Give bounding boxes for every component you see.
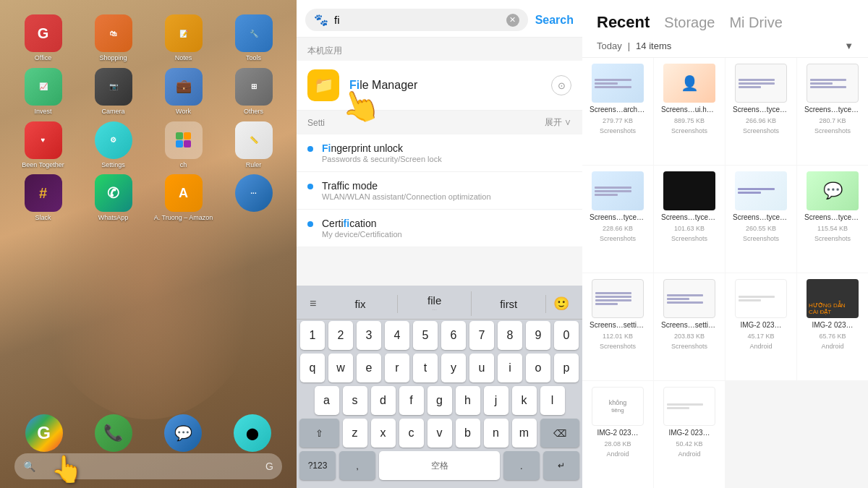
key-8[interactable]: 8: [498, 321, 522, 350]
key-5[interactable]: 5: [413, 321, 438, 350]
key-k[interactable]: k: [512, 386, 537, 415]
key-a[interactable]: a: [315, 386, 339, 415]
key-x[interactable]: x: [371, 419, 396, 448]
app-office[interactable]: G Office: [11, 14, 75, 62]
key-9[interactable]: 9: [526, 321, 550, 350]
file-item-13[interactable]: khôngtiêng IMG-2 023… 28.08 KB Android: [582, 381, 653, 488]
key-z[interactable]: z: [343, 419, 367, 448]
app-ruler[interactable]: 📏 Ruler: [221, 121, 286, 169]
key-period[interactable]: .: [503, 451, 540, 480]
app-ruler-label: Ruler: [246, 161, 262, 169]
tab-mi-drive[interactable]: Mi Drive: [729, 14, 782, 31]
app-work[interactable]: 💼 Work: [151, 68, 216, 116]
app-been-together[interactable]: ♥ Been Together: [11, 121, 75, 169]
app-camera-label: Camera: [101, 108, 124, 116]
key-u[interactable]: u: [469, 354, 494, 382]
file-item-6[interactable]: Screens…tycenter.jpg 101.63 KB Screensho…: [654, 166, 725, 273]
settings-item-fingerprint[interactable]: Fingerprint unlock Passwords & security/…: [297, 134, 582, 172]
key-1[interactable]: 1: [300, 321, 325, 350]
keyboard-menu-icon[interactable]: ≡: [302, 294, 323, 313]
file-item-4[interactable]: Screens…tycenter.jpg 280.7 KB Screenshot…: [797, 58, 868, 165]
key-enter[interactable]: ↵: [543, 451, 579, 480]
location-icon[interactable]: ⊙: [551, 75, 571, 95]
file-item-7[interactable]: Screens…tycenter.jpg 260.55 KB Screensho…: [726, 166, 796, 273]
file-item-2[interactable]: 👤 Screens…ui.home.jpg 889.75 KB Screensh…: [654, 58, 725, 165]
expand-button[interactable]: 展开 ∨: [545, 116, 571, 129]
key-h[interactable]: h: [456, 386, 480, 415]
key-y[interactable]: y: [441, 354, 466, 382]
file-item-9[interactable]: Screens…settings.jpg 112.01 KB Screensho…: [582, 273, 653, 380]
file-item-5[interactable]: Screens…tycenter.jpg 228.66 KB Screensho…: [582, 166, 653, 273]
key-r[interactable]: r: [385, 354, 409, 382]
suggestion-file[interactable]: file ···: [398, 291, 472, 316]
file-item-3[interactable]: Screens…tycenter.jpg 266.96 KB Screensho…: [726, 58, 796, 165]
dock-chat-icon[interactable]: 💬: [164, 414, 202, 452]
app-settings[interactable]: ⚙ Settings: [81, 121, 145, 169]
key-w[interactable]: w: [328, 354, 353, 382]
key-o[interactable]: o: [526, 354, 550, 382]
key-p[interactable]: p: [554, 354, 579, 382]
key-q[interactable]: q: [300, 354, 325, 382]
app-others[interactable]: ⊞ Others: [221, 68, 286, 116]
app-camera[interactable]: 📷 Camera: [81, 68, 145, 116]
section-label-apps: 本机应用: [297, 38, 582, 61]
key-0[interactable]: 0: [554, 321, 579, 350]
app-notes[interactable]: 📝 Notes: [151, 14, 216, 62]
key-l[interactable]: l: [540, 386, 565, 415]
key-4[interactable]: 4: [385, 321, 409, 350]
key-e[interactable]: e: [357, 354, 381, 382]
key-t[interactable]: t: [413, 354, 438, 382]
key-n[interactable]: n: [484, 419, 509, 448]
search-input[interactable]: [334, 14, 501, 26]
file-item-10[interactable]: Screens…settings.jpg 203.83 KB Screensho…: [654, 273, 725, 380]
key-b[interactable]: b: [456, 419, 480, 448]
clear-button[interactable]: ✕: [506, 14, 519, 27]
app-shopping[interactable]: 🛍 Shopping: [81, 14, 145, 62]
key-symbols[interactable]: ?123: [299, 451, 336, 480]
app-invest[interactable]: 📈 Invest: [11, 68, 75, 116]
key-v[interactable]: v: [427, 419, 452, 448]
file-item-11[interactable]: IMG-2 023… 45.17 KB Android: [726, 273, 796, 380]
app-slack[interactable]: # Slack: [11, 174, 75, 222]
app-folder[interactable]: ch: [151, 121, 216, 169]
key-d[interactable]: d: [371, 386, 396, 415]
dock-portal-icon[interactable]: ⬤: [234, 414, 271, 452]
key-c[interactable]: c: [399, 419, 424, 448]
tab-recent[interactable]: Recent: [597, 13, 650, 32]
filter-separator: |: [628, 40, 630, 51]
file-item-12[interactable]: HƯỚNG DẪN CÀI ĐẶT IMG-2 023… 65.76 KB An…: [797, 273, 868, 380]
key-backspace[interactable]: ⌫: [540, 419, 580, 448]
key-j[interactable]: j: [484, 386, 509, 415]
key-2[interactable]: 2: [328, 321, 353, 350]
filter-dropdown[interactable]: ▼: [844, 40, 854, 51]
settings-item-certification[interactable]: Certification My device/Certification: [297, 210, 582, 247]
file-item-8[interactable]: 💬 Screens…tycenter.jpg 115.54 KB Screens…: [797, 166, 868, 273]
key-g[interactable]: g: [427, 386, 452, 415]
app-notes-label: Notes: [175, 54, 192, 62]
key-6[interactable]: 6: [441, 321, 466, 350]
app-tools[interactable]: 🔧 Tools: [221, 14, 286, 62]
app-messenger[interactable]: ···: [221, 174, 286, 222]
key-comma[interactable]: ,: [339, 451, 375, 480]
key-space[interactable]: 空格: [379, 451, 500, 480]
tab-storage[interactable]: Storage: [664, 14, 715, 31]
key-shift[interactable]: ⇧: [299, 419, 339, 448]
search-input-wrap[interactable]: 🐾 ✕: [305, 9, 528, 31]
key-i[interactable]: i: [498, 354, 522, 382]
file-item-14[interactable]: IMG-2 023… 50.42 KB Android: [654, 381, 725, 488]
emoji-button[interactable]: 🙂: [546, 293, 576, 314]
key-3[interactable]: 3: [357, 321, 381, 350]
settings-item-traffic[interactable]: Traffic mode WLAN/WLAN assistant/Connect…: [297, 172, 582, 210]
dock-phone-icon[interactable]: 📞: [95, 414, 132, 452]
app-amazon[interactable]: A A. Truong – Amazon: [151, 174, 216, 222]
key-m[interactable]: m: [512, 419, 537, 448]
key-f[interactable]: f: [399, 386, 424, 415]
app-whatsapp[interactable]: ✆ WhatsApp: [81, 174, 145, 222]
key-s[interactable]: s: [343, 386, 367, 415]
key-7[interactable]: 7: [469, 321, 494, 350]
suggestion-fix[interactable]: fix: [323, 295, 398, 313]
search-button[interactable]: Search: [535, 14, 574, 27]
suggestion-first[interactable]: first: [472, 295, 546, 313]
file-item-1[interactable]: Screens…archbox.jpg 279.77 KB Screenshot…: [582, 58, 653, 165]
dock-chrome-icon[interactable]: G: [25, 414, 63, 452]
